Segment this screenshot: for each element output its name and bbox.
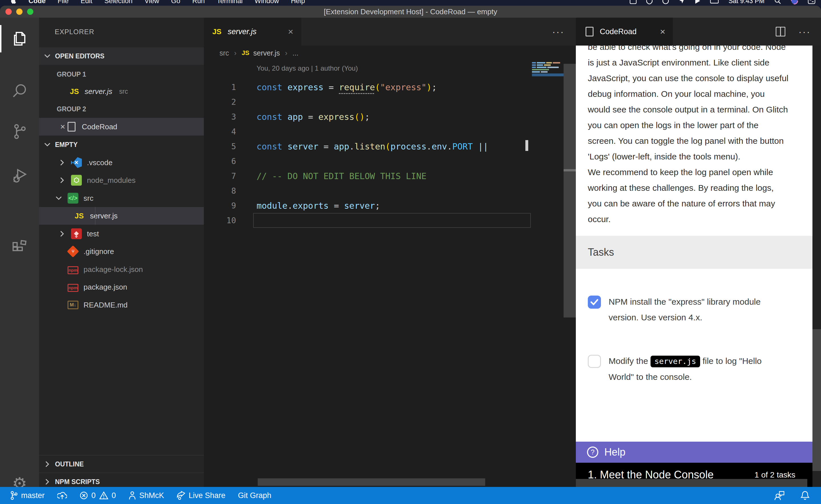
code-line-4[interactable]: 4 [204, 124, 576, 139]
sidebar-title: EXPLORER [55, 28, 94, 36]
menu-item-terminal[interactable]: Terminal [217, 0, 243, 5]
tree-item-server-js[interactable]: JS server.js [39, 207, 204, 225]
code-line-7[interactable]: 7// -- DO NOT EDIT BELOW THIS LINE [204, 169, 576, 183]
npm-icon: npm [68, 266, 78, 274]
menu-item-selection[interactable]: Selection [104, 0, 132, 5]
run-debug-icon[interactable] [0, 161, 39, 189]
lesson-text-line: you can open the logs in the lower part … [588, 120, 804, 136]
menu-clock[interactable]: Sat 9:43 PM [728, 0, 765, 5]
notifications-bell-icon[interactable] [800, 491, 810, 500]
tab-server-js[interactable]: JS server.js × [204, 18, 301, 46]
breadcrumb-folder[interactable]: src [220, 49, 229, 57]
window-icon[interactable] [630, 0, 637, 4]
tree-item-test[interactable]: ⧪ test [39, 225, 204, 243]
menu-item-view[interactable]: View [144, 0, 159, 5]
folder-section-header[interactable]: EMPTY [39, 136, 204, 153]
play-icon[interactable] [695, 0, 701, 4]
spotlight-icon[interactable] [774, 0, 781, 4]
lesson-text-line: working at these challenges. By reading … [588, 183, 804, 199]
code-line-10[interactable]: 10 [204, 213, 576, 228]
horizontal-scrollbar[interactable] [258, 478, 485, 486]
webview-scrollbar-thumb[interactable] [812, 329, 821, 471]
menu-item-file[interactable]: File [58, 0, 69, 5]
problems-status[interactable]: 0 0 [79, 491, 116, 500]
explorer-icon[interactable] [0, 25, 39, 52]
chevron-down-icon [54, 196, 63, 200]
checkbox-checked[interactable] [588, 296, 601, 309]
location-icon[interactable] [679, 0, 685, 4]
extensions-icon[interactable] [0, 230, 39, 258]
status-bar: master 0 0 ShMcK Live Share Git Graph [0, 487, 821, 504]
editor-group-1-header[interactable]: GROUP 1 [39, 65, 204, 83]
tree-item-node-modules[interactable]: ⬡ node_modules [39, 171, 204, 189]
editor-group-2-header[interactable]: GROUP 2 [39, 100, 204, 118]
codelens-annotation[interactable]: You, 20 days ago | 1 author (You) [257, 64, 358, 72]
live-share-button[interactable]: Live Share [177, 491, 226, 500]
git-branch-status[interactable]: master [10, 491, 45, 500]
window-title-bar: [Extension Development Host] - CodeRoad … [0, 6, 821, 18]
tree-item-gitignore[interactable]: ⑂ .gitignore [39, 243, 204, 260]
siri-icon[interactable] [791, 0, 798, 5]
more-actions-icon[interactable]: ··· [798, 26, 811, 37]
code-line-3[interactable]: 3const app = express(); [204, 109, 576, 124]
apple-logo-icon[interactable] [10, 0, 17, 5]
code-line-9[interactable]: 9module.exports = server; [204, 198, 576, 213]
split-editor-icon[interactable] [776, 27, 785, 36]
lesson-text-line: is just a JavaScript environment. Like c… [588, 58, 804, 73]
open-editors-header[interactable]: OPEN EDITORS [39, 47, 204, 65]
search-icon[interactable] [0, 77, 39, 104]
activity-bar: ⚙ [0, 18, 39, 487]
code-line-1[interactable]: 1const express = require("express"); [204, 80, 576, 95]
tree-item-src[interactable]: </> src [39, 189, 204, 207]
code-line-6[interactable]: 6 [204, 154, 576, 169]
code-editor[interactable]: You, 20 days ago | 1 author (You) 1const… [204, 60, 576, 487]
display-icon[interactable] [710, 0, 719, 4]
clipped-text-fragment [525, 140, 528, 151]
close-icon[interactable]: × [58, 122, 68, 132]
user-account-status[interactable]: ShMcK [128, 491, 164, 500]
chevron-right-icon [58, 159, 66, 166]
clock-icon[interactable] [662, 0, 669, 4]
webview-scrollbar-track[interactable] [812, 46, 821, 487]
js-file-icon: JS [213, 27, 222, 36]
breadcrumb-file[interactable]: server.js [254, 49, 280, 57]
tree-item-vscode[interactable]: ✕ .vscode [39, 154, 204, 171]
vertical-scrollbar[interactable] [563, 64, 576, 317]
open-editor-serverjs[interactable]: JS server.js src [39, 83, 204, 100]
sync-changes-button[interactable] [57, 491, 67, 500]
tree-item-package-json[interactable]: npm package.json [39, 278, 204, 296]
source-control-icon[interactable] [0, 118, 39, 145]
menu-item-code[interactable]: Code [28, 0, 46, 5]
npm-scripts-section-header[interactable]: NPM SCRIPTS [39, 473, 204, 487]
code-line-5[interactable]: 5const server = app.listen(process.env.P… [204, 139, 576, 154]
code-line-8[interactable]: 8 [204, 183, 576, 198]
tab-coderoad[interactable]: CodeRoad × [576, 18, 673, 46]
open-editor-coderoad[interactable]: × CodeRoad [39, 118, 204, 136]
close-icon[interactable]: × [288, 26, 293, 37]
menu-item-window[interactable]: Window [255, 0, 279, 5]
npm-icon: npm [68, 284, 78, 292]
menu-item-run[interactable]: Run [192, 0, 205, 5]
outline-section-header[interactable]: OUTLINE [39, 455, 204, 473]
menu-item-go[interactable]: Go [171, 0, 180, 5]
tree-item-readme[interactable]: M↓ README.md [39, 296, 204, 314]
checkbox-unchecked[interactable] [588, 355, 601, 368]
share-arrow-icon [177, 491, 185, 500]
lesson-text-line: debug information. On your local machine… [588, 89, 804, 105]
feedback-icon[interactable] [774, 491, 785, 500]
close-icon[interactable]: × [660, 26, 665, 37]
control-center-icon[interactable] [808, 0, 815, 4]
src-folder-open-icon: </> [68, 193, 78, 204]
cloud-upload-icon [57, 491, 67, 500]
git-graph-button[interactable]: Git Graph [238, 491, 271, 500]
code-line-2[interactable]: 2 [204, 95, 576, 109]
shield-icon[interactable] [646, 0, 653, 4]
minimap[interactable] [532, 62, 563, 76]
node-modules-folder-icon: ⬡ [71, 175, 82, 186]
editor-actions-more[interactable]: ··· [552, 18, 564, 46]
menu-item-help[interactable]: Help [291, 0, 305, 5]
menu-item-edit[interactable]: Edit [81, 0, 92, 5]
tree-item-package-lock[interactable]: npm package-lock.json [39, 261, 204, 278]
breadcrumb-symbol[interactable]: ... [293, 49, 299, 57]
help-button[interactable]: ? Help [576, 442, 812, 463]
